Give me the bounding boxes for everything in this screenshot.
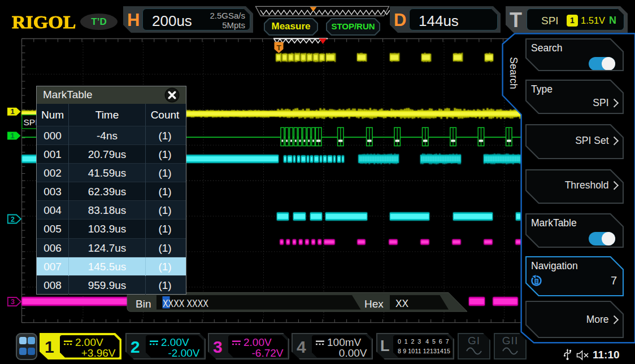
svg-text:SPI: SPI [24,117,38,127]
svg-text:2: 2 [11,216,15,223]
svg-text:3: 3 [11,298,15,306]
svg-text:Hex: Hex [364,298,384,310]
svg-text:1: 1 [10,107,14,116]
svg-text:T: T [276,43,281,52]
svg-text:XX: XX [395,298,408,309]
svg-text:XXXX XXXX: XXXX XXXX [163,298,208,309]
svg-text:Bin: Bin [136,298,151,310]
svg-text:1: 1 [10,131,14,140]
